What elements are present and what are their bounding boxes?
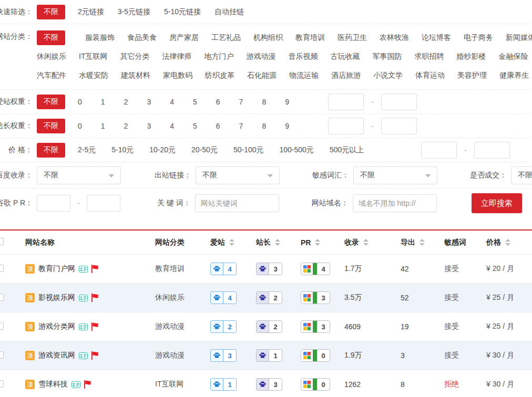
category-option[interactable]: 食品美食	[127, 33, 157, 43]
google-pr-badge[interactable]: 0	[301, 378, 330, 391]
category-option[interactable]: 求职招聘	[414, 52, 444, 61]
category-option[interactable]: 健康养生	[499, 71, 529, 80]
category-option[interactable]: 体育运动	[415, 71, 445, 80]
column-header-5[interactable]: PR	[301, 238, 344, 247]
site-name-link[interactable]: 游戏分类网	[38, 322, 75, 331]
select-all-checkbox[interactable]	[0, 238, 4, 245]
chinaz-weight-max-input[interactable]	[381, 118, 417, 134]
chinaz-weight-option[interactable]: 2	[124, 122, 128, 130]
aizhan-weight-max-input[interactable]	[381, 93, 417, 110]
aizhan-rank-badge[interactable]: 1	[210, 378, 237, 391]
column-header-3[interactable]: 爱站	[210, 238, 256, 247]
google-pr-badge[interactable]: 3	[301, 291, 330, 304]
price-filter-option[interactable]: 10-20元	[149, 145, 176, 155]
price-filter-option[interactable]: 20-50元	[191, 145, 218, 155]
chinaz-rank-badge[interactable]: 2	[256, 320, 282, 333]
google-pr-max-input[interactable]	[87, 195, 120, 212]
aizhan-weight-option[interactable]: 2	[124, 98, 128, 106]
column-header-6[interactable]: 收录	[344, 238, 401, 247]
row-checkbox[interactable]	[0, 294, 4, 301]
category-option[interactable]: 物流运输	[289, 71, 319, 80]
outlink-select[interactable]: 不限	[196, 166, 280, 184]
site-name-link[interactable]: 影视娱乐网	[38, 293, 75, 302]
aizhan-rank-badge[interactable]: 4	[210, 263, 237, 275]
domain-input[interactable]	[353, 194, 437, 212]
chinaz-weight-min-input[interactable]	[328, 118, 364, 134]
sort-arrows-icon[interactable]	[315, 239, 320, 246]
quick-filter-option[interactable]: 3-5元链接	[118, 7, 150, 17]
chinaz-weight-option[interactable]: 4	[170, 122, 174, 130]
chinaz-weight-option[interactable]: 0	[78, 122, 82, 130]
aizhan-weight-option[interactable]: 5	[193, 98, 197, 106]
category-option[interactable]: 农林牧渔	[380, 33, 409, 43]
category-option[interactable]: 工艺礼品	[211, 33, 241, 43]
chinaz-weight-option[interactable]: 3	[147, 122, 151, 130]
sensitive-words-select[interactable]: 不限	[353, 166, 437, 184]
google-pr-min-input[interactable]	[37, 195, 70, 212]
category-option[interactable]: 机构组织	[253, 33, 283, 43]
site-name-link[interactable]: 游戏资讯网	[38, 351, 75, 360]
row-checkbox[interactable]	[0, 322, 4, 330]
sort-arrows-icon[interactable]	[363, 239, 369, 246]
chinaz-rank-badge[interactable]: 2	[256, 291, 282, 304]
price-filter-option[interactable]: 5-10元	[111, 145, 134, 155]
search-button[interactable]: 立即搜索	[472, 193, 522, 213]
category-filter-active-button[interactable]: 不限	[37, 30, 65, 45]
category-option[interactable]: 法律律师	[162, 52, 191, 61]
aizhan-weight-option[interactable]: 3	[147, 98, 151, 106]
aizhan-weight-option[interactable]: 0	[78, 98, 82, 106]
category-option[interactable]: 建筑材料	[121, 71, 150, 80]
category-option[interactable]: 汽车配件	[37, 71, 66, 80]
site-name-link[interactable]: 雪球科技	[38, 380, 68, 389]
chinaz-weight-option[interactable]: 7	[239, 122, 243, 130]
category-option[interactable]: 古玩收藏	[330, 52, 360, 61]
category-option[interactable]: 金融保险	[498, 52, 528, 61]
keyword-input[interactable]	[195, 194, 279, 212]
chinaz-weight-option[interactable]: 8	[262, 122, 266, 130]
category-option[interactable]: 服装服饰	[85, 33, 115, 43]
category-option[interactable]: 教育培训	[295, 33, 325, 43]
aizhan-rank-badge[interactable]: 4	[210, 291, 237, 304]
category-option[interactable]: 新闻媒体	[506, 33, 532, 43]
aizhan-weight-active-button[interactable]: 不限	[37, 95, 65, 109]
category-option[interactable]: 酒店旅游	[331, 71, 361, 80]
google-pr-badge[interactable]: 4	[301, 263, 330, 275]
sort-arrows-icon[interactable]	[229, 239, 234, 246]
aizhan-weight-option[interactable]: 4	[170, 98, 174, 106]
category-option[interactable]: 军事国防	[372, 52, 402, 61]
aizhan-rank-badge[interactable]: 3	[210, 349, 237, 362]
category-option[interactable]: 家电数码	[163, 71, 192, 80]
category-option[interactable]: 论坛博客	[422, 33, 451, 43]
category-option[interactable]: 音乐视频	[288, 52, 318, 61]
price-filter-option[interactable]: 100-500元	[279, 145, 313, 155]
category-option[interactable]: 地方门户	[204, 52, 233, 61]
aizhan-weight-option[interactable]: 9	[285, 98, 289, 106]
column-header-7[interactable]: 导出	[401, 238, 444, 247]
category-option[interactable]: 石化能源	[247, 71, 277, 80]
price-max-input[interactable]	[474, 142, 510, 159]
category-option[interactable]: 房产家居	[169, 33, 199, 43]
chinaz-weight-option[interactable]: 6	[216, 122, 220, 130]
category-option[interactable]: 其它分类	[120, 52, 149, 61]
aizhan-weight-option[interactable]: 8	[262, 98, 266, 106]
category-option[interactable]: 美容护理	[457, 71, 487, 80]
price-filter-active-button[interactable]: 不限	[37, 143, 65, 158]
quick-filter-option[interactable]: 自动挂链	[214, 7, 244, 17]
aizhan-weight-min-input[interactable]	[328, 93, 364, 110]
category-option[interactable]: 小说文学	[373, 71, 403, 80]
deal-status-select[interactable]: 不限	[511, 166, 532, 184]
aizhan-weight-option[interactable]: 7	[239, 98, 243, 106]
sort-arrows-icon[interactable]	[505, 239, 510, 246]
category-option[interactable]: 医药卫生	[337, 33, 367, 43]
price-filter-option[interactable]: 2-5元	[78, 145, 96, 155]
chinaz-rank-badge[interactable]: 3	[256, 378, 282, 391]
google-pr-badge[interactable]: 3	[301, 320, 330, 333]
chinaz-rank-badge[interactable]: 3	[256, 263, 282, 275]
category-option[interactable]: 水暖安防	[79, 71, 108, 80]
category-option[interactable]: 休闲娱乐	[37, 52, 66, 61]
sort-arrows-icon[interactable]	[420, 239, 425, 246]
row-checkbox[interactable]	[0, 380, 4, 388]
chinaz-weight-option[interactable]: 1	[101, 122, 105, 130]
column-header-9[interactable]: 价格	[486, 238, 532, 247]
column-header-4[interactable]: 站长	[256, 238, 301, 247]
